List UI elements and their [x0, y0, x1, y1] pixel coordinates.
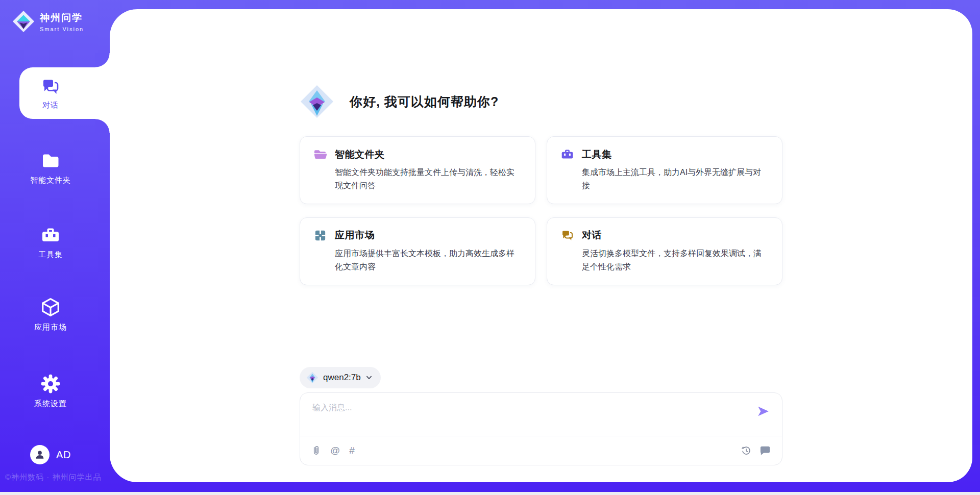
sidebar: 神州问学 Smart Vision 对话 智能文件夹 — [0, 0, 110, 492]
card-title: 工具集 — [582, 148, 612, 161]
card-title: 应用市场 — [335, 229, 375, 242]
card-smart-folder[interactable]: 智能文件夹 智能文件夹功能支持批量文件上传与清洗，轻松实现文件问答 — [300, 136, 535, 204]
chevron-down-icon — [365, 374, 373, 381]
card-toolset[interactable]: 工具集 集成市场上主流工具，助力AI与外界无缝扩展与对接 — [547, 136, 782, 204]
brand-subtitle: Smart Vision — [40, 26, 84, 32]
person-icon — [34, 449, 45, 460]
card-description: 集成市场上主流工具，助力AI与外界无缝扩展与对接 — [582, 166, 769, 192]
main-panel: 你好, 我可以如何帮助你? 智能文件夹 智能文件夹功能支持批量文件上传与清洗，轻… — [110, 9, 972, 482]
sidebar-item-chat[interactable]: 对话 — [19, 67, 110, 119]
app-grid-icon — [313, 229, 327, 242]
greeting-title: 你好, 我可以如何帮助你? — [350, 93, 499, 110]
history-icon — [741, 445, 752, 456]
sidebar-item-app-market[interactable]: 应用市场 — [0, 296, 101, 332]
card-title: 对话 — [582, 229, 602, 242]
sidebar-item-smart-folder[interactable]: 智能文件夹 — [0, 151, 101, 185]
model-name: qwen2:7b — [323, 373, 361, 383]
brand-logo: 神州问学 Smart Vision — [12, 10, 84, 33]
card-description: 应用市场提供丰富长文本模板，助力高效生成多样化文章内容 — [335, 247, 522, 274]
sidebar-item-label: 工具集 — [38, 250, 63, 260]
send-icon — [756, 405, 770, 418]
chat-bubble-button[interactable] — [760, 445, 771, 456]
model-diamond-icon — [306, 372, 318, 384]
card-description: 智能文件夹功能支持批量文件上传与清洗，轻松实现文件问答 — [335, 166, 522, 192]
assistant-diamond-icon — [300, 82, 334, 121]
feature-cards: 智能文件夹 智能文件夹功能支持批量文件上传与清洗，轻松实现文件问答 — [300, 136, 782, 285]
toolbox-icon — [560, 147, 574, 161]
folder-icon — [40, 151, 61, 171]
model-selector[interactable]: qwen2:7b — [300, 367, 381, 388]
mention-button[interactable]: @ — [330, 445, 340, 455]
user-profile[interactable]: AD — [0, 445, 101, 464]
sidebar-item-toolset[interactable]: 工具集 — [0, 225, 101, 260]
gear-icon — [40, 373, 61, 394]
window-bottom-edge — [0, 492, 980, 495]
sidebar-item-settings[interactable]: 系统设置 — [0, 373, 101, 409]
brand-diamond-icon — [12, 10, 35, 33]
card-description: 灵活切换多模型文件，支持多样回复效果调试，满足个性化需求 — [582, 247, 769, 274]
sidebar-item-label: 对话 — [42, 101, 59, 110]
hashtag-button[interactable]: # — [349, 445, 355, 455]
model-selector-row: qwen2:7b — [300, 367, 782, 388]
copyright-footer: ©神州数码 · 神州问学出品 — [5, 473, 101, 482]
message-input[interactable] — [312, 403, 701, 412]
send-button[interactable] — [756, 405, 770, 418]
greeting-block: 你好, 我可以如何帮助你? — [300, 82, 782, 121]
paperclip-icon — [311, 445, 321, 456]
chat-bubbles-icon — [560, 229, 574, 242]
card-title: 智能文件夹 — [335, 148, 385, 161]
folder-open-icon — [313, 147, 327, 161]
toolbox-icon — [40, 225, 61, 245]
card-app-market[interactable]: 应用市场 应用市场提供丰富长文本模板，助力高效生成多样化文章内容 — [300, 217, 535, 285]
sidebar-item-label: 智能文件夹 — [30, 176, 71, 185]
attach-button[interactable] — [311, 445, 321, 456]
cube-icon — [40, 296, 61, 318]
history-button[interactable] — [741, 445, 752, 456]
user-initials: AD — [56, 449, 71, 461]
sidebar-item-label: 应用市场 — [34, 323, 67, 332]
avatar — [30, 445, 50, 464]
card-chat[interactable]: 对话 灵活切换多模型文件，支持多样回复效果调试，满足个性化需求 — [547, 217, 782, 285]
chat-bubble-icon — [760, 445, 771, 456]
brand-name: 神州问学 — [40, 11, 84, 24]
message-composer: @ # — [300, 392, 782, 465]
app-root: 神州问学 Smart Vision 对话 智能文件夹 — [0, 0, 980, 495]
sidebar-item-label: 系统设置 — [34, 399, 67, 409]
chat-bubbles-icon — [40, 77, 61, 97]
